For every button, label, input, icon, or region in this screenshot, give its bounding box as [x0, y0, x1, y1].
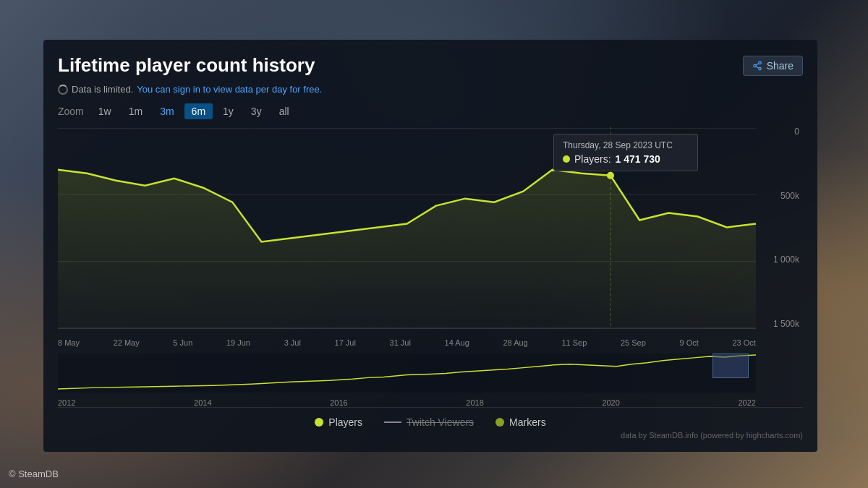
tooltip-date: Thursday, 28 Sep 2023 UTC [563, 140, 689, 150]
attribution: data by SteamDB.info (powered by highcha… [58, 431, 803, 440]
tooltip-value: Players: 1 471 730 [563, 153, 689, 165]
mini-x-labels: 2012 2014 2016 2018 2020 2022 [58, 398, 756, 407]
x-label-3jul: 3 Jul [284, 338, 301, 347]
zoom-3y[interactable]: 3y [244, 103, 269, 119]
mini-chart-area: 2012 2014 2016 2018 2020 2022 [58, 354, 803, 408]
zoom-label: Zoom [58, 106, 84, 117]
legend-markers: Markers [495, 416, 546, 428]
y-label-0: 0 [794, 127, 799, 137]
svg-point-1 [753, 64, 756, 67]
copyright-text: © SteamDB [9, 468, 59, 479]
svg-line-4 [756, 63, 759, 64]
zoom-controls: Zoom 1w 1m 3m 6m 1y 3y all [58, 103, 803, 119]
x-label-25sep: 25 Sep [621, 338, 646, 347]
mini-x-2012: 2012 [58, 398, 75, 407]
x-label-9oct: 9 Oct [679, 338, 698, 347]
y-axis: 1 500k 1 000k 500k 0 [760, 127, 803, 329]
mini-chart-svg [58, 354, 756, 393]
y-label-1500k: 1 500k [773, 319, 799, 329]
zoom-1y[interactable]: 1y [216, 103, 241, 119]
x-label-23oct: 23 Oct [732, 338, 755, 347]
legend-players-dot [315, 418, 323, 427]
x-label-22may: 22 May [114, 338, 140, 347]
tooltip-number: 1 471 730 [616, 153, 660, 165]
x-label-17jul: 17 Jul [335, 338, 356, 347]
mini-x-2016: 2016 [330, 398, 347, 407]
sign-in-link[interactable]: You can sign in to view data per day for… [137, 84, 322, 95]
x-label-31jul: 31 Jul [390, 338, 411, 347]
data-limited-text: Data is limited. [72, 84, 133, 95]
zoom-all[interactable]: all [272, 103, 297, 119]
mini-x-2018: 2018 [466, 398, 483, 407]
chart-plot: Thursday, 28 Sep 2023 UTC Players: 1 471… [58, 127, 756, 329]
mini-x-2014: 2014 [194, 398, 211, 407]
chart-title: Lifetime player count history [58, 54, 315, 77]
y-label-500k: 500k [780, 191, 799, 201]
svg-point-0 [758, 61, 761, 64]
legend-twitch-line [384, 421, 401, 423]
legend-twitch: Twitch Viewers [384, 416, 474, 428]
share-button[interactable]: Share [743, 56, 803, 76]
area-fill [58, 170, 756, 328]
legend: Players Twitch Viewers Markers [58, 416, 803, 428]
x-label-19jun: 19 Jun [226, 338, 250, 347]
mini-x-2020: 2020 [602, 398, 619, 407]
svg-point-2 [758, 67, 761, 70]
zoom-1m[interactable]: 1m [122, 103, 150, 119]
x-label-8may: 8 May [58, 338, 80, 347]
main-chart-area: Thursday, 28 Sep 2023 UTC Players: 1 471… [58, 127, 803, 351]
data-limited-notice: Data is limited. You can sign in to view… [58, 84, 803, 95]
legend-twitch-label: Twitch Viewers [407, 416, 474, 428]
x-label-11sep: 11 Sep [561, 338, 587, 347]
chart-container: Lifetime player count history Share Data… [43, 40, 817, 452]
legend-markers-label: Markers [509, 416, 546, 428]
mini-x-2022: 2022 [738, 398, 755, 407]
svg-line-3 [756, 66, 759, 67]
tooltip-box: Thursday, 28 Sep 2023 UTC Players: 1 471… [553, 134, 698, 171]
zoom-1w[interactable]: 1w [91, 103, 119, 119]
legend-players: Players [315, 416, 362, 428]
x-label-5jun: 5 Jun [173, 338, 192, 347]
chart-header: Lifetime player count history Share [58, 54, 803, 77]
x-label-28aug: 28 Aug [503, 338, 527, 347]
range-selector[interactable] [712, 354, 749, 378]
tooltip-dot [563, 155, 570, 163]
share-icon [752, 61, 762, 71]
tooltip-label: Players: [574, 153, 611, 165]
x-label-14aug: 14 Aug [445, 338, 469, 347]
y-label-1000k: 1 000k [773, 254, 799, 265]
mini-line [58, 355, 756, 389]
share-label: Share [767, 60, 793, 72]
x-axis-labels: 8 May 22 May 5 Jun 19 Jun 3 Jul 17 Jul 3… [58, 338, 756, 347]
legend-players-label: Players [328, 416, 362, 428]
loading-spinner [58, 85, 68, 95]
zoom-3m[interactable]: 3m [153, 103, 181, 119]
legend-markers-dot [495, 418, 504, 427]
zoom-6m[interactable]: 6m [184, 103, 213, 119]
mini-chart-plot [58, 354, 756, 393]
